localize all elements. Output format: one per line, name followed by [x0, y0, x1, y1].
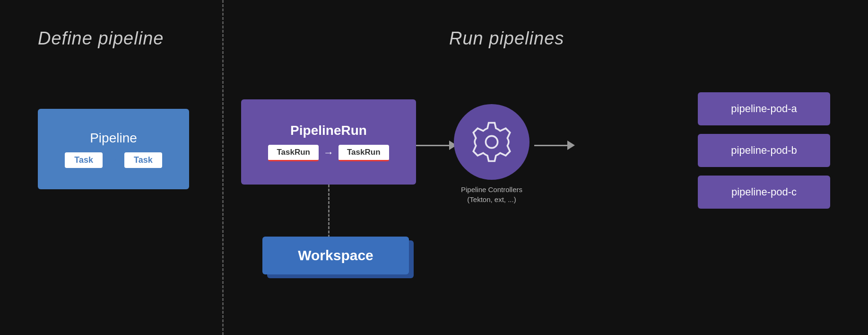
taskrun-box-1: TaskRun [268, 145, 319, 161]
gear-icon [470, 121, 513, 163]
arrow-line-2 [534, 145, 567, 146]
arrow-head-2 [567, 141, 575, 150]
pipelinerun-to-gear-arrow [416, 141, 457, 150]
workspace-label: Workspace [298, 247, 373, 264]
workspace-box: Workspace [262, 237, 409, 274]
arrow-line-1 [416, 145, 449, 146]
pipeline-controllers-circle [454, 104, 529, 180]
gear-to-pods-arrow [534, 141, 575, 150]
pipelinerun-workspace-connector [328, 185, 330, 238]
pipelinerun-box: PipelineRun TaskRun → TaskRun [241, 99, 416, 185]
pipeline-controllers-label: Pipeline Controllers(Tekton, ext, ...) [440, 185, 544, 204]
pods-column: pipeline-pod-a pipeline-pod-b pipeline-p… [698, 92, 830, 209]
pipelinerun-label: PipelineRun [290, 123, 367, 138]
pod-box-b: pipeline-pod-b [698, 134, 830, 167]
main-canvas: Define pipeline Run pipelines Pipeline T… [0, 0, 868, 335]
svg-point-0 [486, 136, 497, 148]
pod-box-a: pipeline-pod-a [698, 92, 830, 125]
task-arrow: → [108, 154, 119, 166]
run-pipelines-title: Run pipelines [449, 28, 564, 49]
define-pipeline-title: Define pipeline [38, 28, 164, 49]
pipeline-box: Pipeline Task → Task [38, 109, 189, 189]
taskrun-box-2: TaskRun [339, 145, 389, 161]
task-box-1: Task [65, 152, 103, 168]
task-row: Task → Task [65, 152, 162, 168]
pod-box-c: pipeline-pod-c [698, 176, 830, 209]
pipeline-label: Pipeline [90, 131, 137, 146]
taskrun-row: TaskRun → TaskRun [268, 145, 389, 161]
section-divider [222, 0, 224, 335]
taskrun-arrow: → [323, 147, 334, 159]
task-box-2: Task [124, 152, 162, 168]
